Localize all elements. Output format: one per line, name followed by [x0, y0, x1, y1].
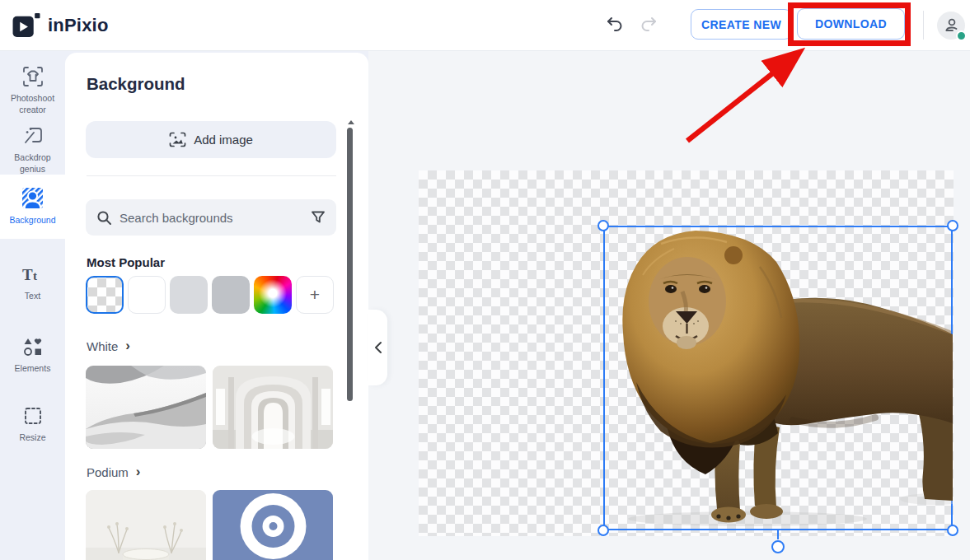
account-avatar[interactable] — [937, 12, 965, 40]
sidebar: Photoshoot creator Backdrop genius Backg… — [0, 51, 65, 560]
app-logo[interactable]: inPixio — [12, 12, 109, 38]
chevron-right-icon: › — [125, 338, 130, 352]
add-image-label: Add image — [194, 133, 253, 147]
sidebar-item-text[interactable]: T t Text — [0, 262, 65, 302]
resize-handle-top-right[interactable] — [947, 220, 958, 231]
undo-icon — [605, 14, 625, 34]
section-white-label: White — [87, 339, 118, 353]
color-swatch-row: + — [86, 276, 334, 314]
section-white[interactable]: White › — [87, 339, 130, 353]
swatch-transparent[interactable] — [86, 276, 124, 314]
swatch-color-wheel[interactable] — [254, 276, 292, 314]
search-icon — [96, 210, 112, 226]
ivory-podium-plants-image — [86, 490, 206, 560]
sidebar-item-label: Text — [23, 291, 42, 302]
undo-button[interactable] — [604, 14, 626, 35]
blue-ring-podium-image — [213, 490, 333, 560]
sidebar-item-background[interactable]: Background — [0, 175, 65, 239]
add-image-icon — [169, 132, 186, 147]
inpixio-logo-icon — [12, 12, 41, 38]
white-arch-corridor-image — [213, 366, 333, 449]
swatch-add-custom-color[interactable]: + — [296, 276, 334, 314]
canvas-artboard[interactable] — [419, 170, 954, 536]
selection-box[interactable] — [603, 226, 953, 530]
backdrop-genius-icon — [22, 125, 44, 147]
search-backgrounds-input[interactable] — [119, 211, 303, 225]
redo-button[interactable] — [638, 14, 659, 35]
panel-scroll-up-arrow[interactable] — [348, 120, 354, 124]
resize-handle-bottom-left[interactable] — [597, 525, 609, 536]
resize-handle-bottom-right[interactable] — [947, 525, 958, 536]
panel-collapse-tab[interactable] — [368, 310, 387, 385]
white-thumbnails — [86, 366, 333, 449]
sidebar-item-label: Background — [7, 215, 57, 226]
sidebar-item-resize[interactable]: Resize — [0, 402, 65, 444]
section-podium-label: Podium — [87, 465, 129, 479]
white-dunes-image — [86, 366, 206, 449]
swatch-white[interactable] — [128, 276, 166, 314]
panel-title: Background — [87, 74, 185, 94]
swatch-light-gray[interactable] — [170, 276, 208, 314]
podium-thumbnails — [86, 490, 333, 560]
lion-image[interactable] — [603, 226, 953, 530]
svg-text:t: t — [33, 269, 37, 282]
logo-text: inPixio — [48, 15, 109, 36]
photoshoot-creator-icon — [22, 66, 44, 87]
background-panel: Background Add image Most Popular — [65, 53, 368, 560]
sidebar-item-label: Photoshoot creator — [0, 93, 65, 115]
inpixio-app: inPixio CREATE NEW DOWNLOAD — [0, 0, 970, 560]
section-podium[interactable]: Podium › — [87, 465, 141, 479]
panel-scrollbar[interactable] — [347, 128, 353, 401]
sidebar-item-elements[interactable]: Elements — [0, 333, 65, 375]
swatch-gray[interactable] — [212, 276, 250, 314]
panel-divider — [87, 175, 336, 176]
resize-handle-top-left[interactable] — [597, 220, 609, 231]
filter-icon[interactable] — [311, 210, 326, 225]
search-backgrounds-box — [86, 199, 336, 236]
add-image-button[interactable]: Add image — [86, 121, 336, 158]
thumb-blue-ring-podium[interactable] — [213, 490, 333, 560]
online-status-dot — [956, 30, 967, 41]
thumb-ivory-podium-plants[interactable] — [86, 490, 206, 560]
sidebar-item-label: Backdrop genius — [0, 152, 65, 175]
sidebar-item-label: Resize — [17, 432, 47, 444]
sidebar-item-backdrop-genius[interactable]: Backdrop genius — [0, 122, 65, 175]
workspace — [368, 51, 970, 560]
svg-text:T: T — [22, 266, 33, 283]
download-button[interactable]: DOWNLOAD — [797, 8, 905, 40]
plus-icon: + — [310, 285, 320, 305]
text-icon: T t — [21, 265, 45, 285]
thumb-white-dunes[interactable] — [86, 366, 206, 449]
resize-icon — [22, 405, 44, 427]
sidebar-item-label: Elements — [13, 363, 53, 375]
rotate-handle-stem — [777, 530, 779, 539]
redo-icon — [639, 14, 658, 34]
rotate-handle[interactable] — [771, 540, 785, 553]
most-popular-title: Most Popular — [87, 255, 165, 269]
create-new-button[interactable]: CREATE NEW — [691, 9, 792, 40]
elements-icon — [22, 336, 44, 357]
background-icon — [21, 187, 44, 209]
header-divider — [923, 11, 924, 40]
thumb-white-arch-corridor[interactable] — [213, 366, 333, 449]
top-bar: inPixio CREATE NEW DOWNLOAD — [0, 0, 970, 51]
chevron-left-icon — [374, 341, 382, 354]
sidebar-item-photoshoot-creator[interactable]: Photoshoot creator — [0, 63, 65, 115]
chevron-right-icon: › — [136, 464, 141, 478]
